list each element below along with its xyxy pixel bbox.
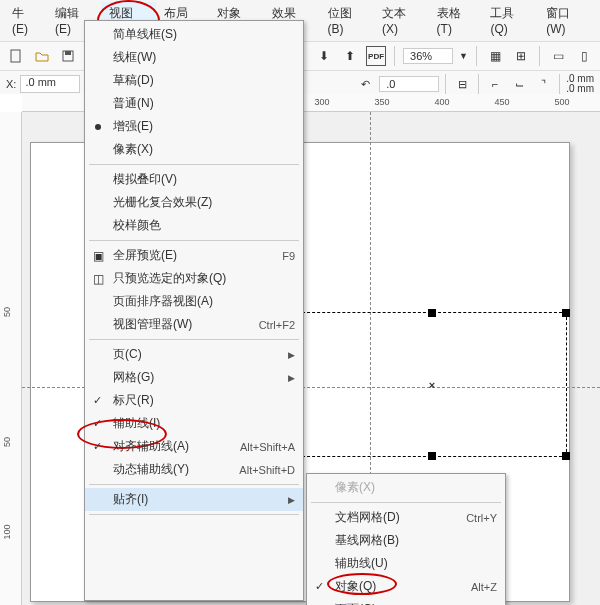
menu-file[interactable]: 牛(E) [4, 2, 47, 39]
shortcut-label: Ctrl+Y [446, 512, 497, 524]
menu-item-page[interactable]: 页(C)▶ [85, 343, 303, 366]
menu-label: 增强(E) [113, 118, 153, 135]
node-icon-3[interactable]: ⌝ [533, 74, 553, 94]
zoom-level[interactable]: 36% [403, 48, 453, 64]
snap-objects[interactable]: ✓对象(Q)Alt+Z [307, 575, 505, 598]
menu-label: 普通(N) [113, 95, 154, 112]
chevron-down-icon[interactable]: ▼ [459, 51, 468, 61]
options-icon[interactable]: ⊞ [511, 46, 531, 66]
menu-item-fullscreen[interactable]: ▣全屏预览(E)F9 [85, 244, 303, 267]
check-icon: ✓ [93, 417, 102, 430]
center-marker: × [429, 379, 435, 391]
menu-item-page-sorter[interactable]: 页面排序器视图(A) [85, 290, 303, 313]
snap-page[interactable]: 页面(G) [307, 598, 505, 605]
menu-window[interactable]: 窗口(W) [538, 2, 596, 39]
menu-label: 对齐辅助线(A) [113, 438, 189, 455]
menu-label: 校样颜色 [113, 217, 161, 234]
menu-label: 光栅化复合效果(Z) [113, 194, 212, 211]
menu-label: 贴齐(I) [113, 491, 148, 508]
ruler-tick: 100 [2, 524, 12, 539]
menu-table[interactable]: 表格(T) [429, 2, 483, 39]
separator [476, 46, 477, 66]
menu-label: 页面排序器视图(A) [113, 293, 213, 310]
menu-label: 网格(G) [113, 369, 154, 386]
menu-separator [311, 502, 501, 503]
export-icon[interactable]: ⬆ [340, 46, 360, 66]
ruler-tick: 400 [434, 97, 449, 107]
open-file-icon[interactable] [32, 46, 52, 66]
menu-item-proof-colors[interactable]: 校样颜色 [85, 214, 303, 237]
menu-label: 模拟叠印(V) [113, 171, 177, 188]
resize-handle[interactable] [428, 309, 436, 317]
node-icon-2[interactable]: ⌙ [509, 74, 529, 94]
node-icon-1[interactable]: ⌐ [485, 74, 505, 94]
bullet-icon [95, 124, 101, 130]
separator [559, 74, 560, 94]
menu-item-overprint[interactable]: 模拟叠印(V) [85, 168, 303, 191]
menu-item-grid[interactable]: 网格(G)▶ [85, 366, 303, 389]
menu-label: 草稿(D) [113, 72, 154, 89]
menu-label: 文档网格(D) [335, 509, 400, 526]
ruler-tick: 450 [494, 97, 509, 107]
selection-rect[interactable]: × [297, 312, 567, 457]
check-icon: ✓ [315, 580, 324, 593]
menu-item-wireframe[interactable]: 线框(W) [85, 46, 303, 69]
align-icon[interactable]: ⊟ [452, 74, 472, 94]
ruler-tick: 500 [554, 97, 569, 107]
menu-item-normal[interactable]: 普通(N) [85, 92, 303, 115]
menu-item-rasterize[interactable]: 光栅化复合效果(Z) [85, 191, 303, 214]
snap-baseline-grid[interactable]: 基线网格(B) [307, 529, 505, 552]
resize-handle[interactable] [428, 452, 436, 460]
separator [394, 46, 395, 66]
pdf-icon[interactable]: PDF [366, 46, 386, 66]
menu-item-guidelines[interactable]: ✓辅助线(I) [85, 412, 303, 435]
snap-document-grid[interactable]: 文档网格(D)Ctrl+Y [307, 506, 505, 529]
ruler-tick: 350 [374, 97, 389, 107]
menu-item-simple-wireframe[interactable]: 简单线框(S) [85, 23, 303, 46]
separator [539, 46, 540, 66]
menu-item-draft[interactable]: 草稿(D) [85, 69, 303, 92]
menu-label: 线框(W) [113, 49, 156, 66]
submenu-arrow-icon: ▶ [268, 495, 295, 505]
x-label: X: [6, 78, 16, 90]
menu-item-dynamic-guides[interactable]: 动态辅助线(Y)Alt+Shift+D [85, 458, 303, 481]
check-icon: ✓ [93, 440, 102, 453]
menu-label: 辅助线(I) [113, 415, 160, 432]
snap-icon[interactable]: ▦ [485, 46, 505, 66]
menu-separator [89, 484, 299, 485]
separator [445, 74, 446, 94]
menu-item-snap-to[interactable]: 贴齐(I)▶ [85, 488, 303, 511]
menu-label: 全屏预览(E) [113, 247, 177, 264]
resize-handle[interactable] [562, 309, 570, 317]
menu-item-rulers[interactable]: ✓标尺(R) [85, 389, 303, 412]
menu-label: 像素(X) [335, 479, 375, 496]
save-icon[interactable] [58, 46, 78, 66]
menu-text[interactable]: 文本(X) [374, 2, 429, 39]
new-file-icon[interactable] [6, 46, 26, 66]
dim-h: .0 mm [566, 84, 594, 94]
menu-item-enhanced[interactable]: 增强(E) [85, 115, 303, 138]
separator [478, 74, 479, 94]
menu-label: 动态辅助线(Y) [113, 461, 189, 478]
undo-icon[interactable]: ↶ [355, 74, 375, 94]
menu-item-alignment-guides[interactable]: ✓对齐辅助线(A)Alt+Shift+A [85, 435, 303, 458]
ruler-icon[interactable]: ▭ [548, 46, 568, 66]
submenu-arrow-icon: ▶ [268, 373, 295, 383]
menu-label: 对象(Q) [335, 578, 376, 595]
resize-handle[interactable] [562, 452, 570, 460]
shortcut-label: Alt+Shift+D [219, 464, 295, 476]
snap-guidelines[interactable]: 辅助线(U) [307, 552, 505, 575]
import-icon[interactable]: ⬇ [314, 46, 334, 66]
menu-item-preview-selected[interactable]: ◫只预览选定的对象(Q) [85, 267, 303, 290]
menu-separator [89, 514, 299, 515]
x-input[interactable]: .0 mm [20, 75, 80, 93]
menu-item-pixels[interactable]: 像素(X) [85, 138, 303, 161]
check-icon: ✓ [93, 394, 102, 407]
menu-label: 简单线框(S) [113, 26, 177, 43]
menu-item-view-manager[interactable]: 视图管理器(W)Ctrl+F2 [85, 313, 303, 336]
rotation-input[interactable]: .0 [379, 76, 439, 92]
menu-separator [89, 240, 299, 241]
guide-icon[interactable]: ▯ [574, 46, 594, 66]
menu-bitmap[interactable]: 位图(B) [320, 2, 375, 39]
menu-tools[interactable]: 工具(Q) [482, 2, 538, 39]
